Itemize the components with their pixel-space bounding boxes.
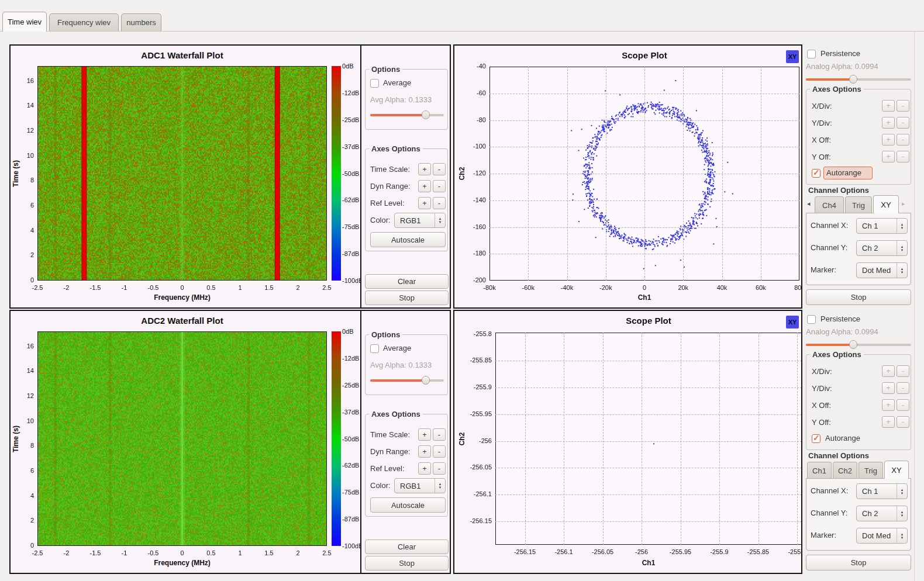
ref-level-plus-button[interactable]: +: [418, 462, 431, 475]
time-scale-minus-button[interactable]: -: [433, 428, 446, 441]
x-tick-label: 0.5: [195, 549, 227, 556]
xdiv-plus-button[interactable]: +: [882, 100, 895, 112]
color-value: RGB1: [395, 216, 435, 225]
spinner-arrows-icon[interactable]: ▴▾: [897, 484, 907, 499]
autorange-checkbox[interactable]: [812, 169, 820, 178]
average-checkbox[interactable]: [370, 344, 379, 353]
scope-stop-button[interactable]: Stop: [806, 555, 911, 570]
dyn-range-plus-button[interactable]: +: [418, 445, 431, 458]
spinner-arrows-icon[interactable]: ▴▾: [435, 479, 445, 493]
scope-stop-button[interactable]: Stop: [806, 289, 911, 305]
colorbar-tick-label: -25dB: [342, 382, 359, 389]
time-scale-plus-button[interactable]: +: [418, 163, 431, 175]
ydiv-minus-button[interactable]: -: [897, 117, 909, 129]
y-tick-label: -40: [461, 63, 486, 70]
tab-time-view[interactable]: Time wiev: [2, 12, 47, 32]
time-scale-label: Time Scale:: [370, 165, 410, 174]
spinner-arrows-icon[interactable]: ▴▾: [897, 528, 907, 543]
xdiv-minus-button[interactable]: -: [897, 365, 909, 377]
average-label: Average: [383, 344, 411, 352]
tab-numbers[interactable]: numbers: [121, 13, 161, 31]
slider-handle[interactable]: [849, 340, 857, 349]
clear-button[interactable]: Clear: [365, 540, 449, 554]
yoff-minus-button[interactable]: -: [897, 416, 909, 428]
dyn-range-plus-button[interactable]: +: [418, 180, 431, 192]
yoff-minus-button[interactable]: -: [897, 151, 909, 162]
spinner-arrows-icon[interactable]: ▴▾: [897, 506, 907, 521]
xoff-plus-button[interactable]: +: [882, 399, 895, 411]
ydiv-minus-button[interactable]: -: [897, 382, 909, 394]
stop-button[interactable]: Stop: [365, 290, 449, 305]
scope2-xlabel: Ch1: [495, 559, 802, 567]
x-tick-label: -1: [108, 549, 141, 556]
stop-button[interactable]: Stop: [365, 556, 449, 570]
average-checkbox[interactable]: [370, 79, 379, 88]
marker-select[interactable]: Dot Med ▴▾: [856, 262, 908, 278]
avg-alpha-slider[interactable]: [370, 376, 444, 385]
ref-level-minus-button[interactable]: -: [433, 462, 446, 475]
tab-scroll-left-icon[interactable]: ◂: [807, 200, 811, 208]
channel-x-select[interactable]: Ch 1 ▴▾: [856, 218, 908, 234]
y-tick-label: 12: [9, 392, 34, 399]
autoscale-button[interactable]: Autoscale: [370, 232, 446, 247]
tab-scroll-right-icon[interactable]: ▸: [902, 200, 905, 208]
yoff-plus-button[interactable]: +: [882, 416, 895, 428]
slider-handle[interactable]: [849, 75, 857, 84]
xdiv-minus-button[interactable]: -: [897, 100, 909, 112]
channel-tab-ch1[interactable]: Ch1: [807, 462, 832, 479]
dyn-range-minus-button[interactable]: -: [433, 445, 446, 458]
color-select[interactable]: RGB1 ▴▾: [394, 213, 446, 228]
slider-handle[interactable]: [422, 110, 430, 119]
waterfall1-xlabel: Frequency (MHz): [37, 293, 327, 302]
tab-frequency-view[interactable]: Frequency wiev: [49, 13, 119, 31]
persistence-checkbox[interactable]: [807, 50, 816, 58]
slider-handle[interactable]: [422, 376, 430, 385]
y-tick-label: 12: [9, 127, 34, 134]
x-tick-label: -255.9: [703, 548, 736, 555]
channel-x-select[interactable]: Ch 1 ▴▾: [856, 483, 908, 499]
autoscale-button[interactable]: Autoscale: [370, 497, 446, 513]
ydiv-plus-button[interactable]: +: [882, 117, 895, 129]
avg-alpha-slider[interactable]: [370, 110, 444, 119]
y-tick-label: 0: [9, 276, 34, 283]
channel-tab-xy[interactable]: XY: [884, 461, 909, 479]
grid-line-vertical: [642, 333, 642, 545]
ref-level-plus-button[interactable]: +: [418, 197, 431, 209]
dyn-range-label: Dyn Range:: [370, 447, 411, 456]
clear-button[interactable]: Clear: [365, 274, 449, 289]
spinner-arrows-icon[interactable]: ▴▾: [897, 241, 907, 255]
ydiv-plus-button[interactable]: +: [882, 382, 895, 394]
xoff-minus-button[interactable]: -: [897, 399, 909, 411]
spinner-arrows-icon[interactable]: ▴▾: [897, 219, 907, 233]
channel-x-label: Channel X:: [811, 221, 848, 230]
xoff-plus-button[interactable]: +: [882, 134, 895, 146]
analog-alpha-slider[interactable]: [806, 75, 911, 84]
xdiv-plus-button[interactable]: +: [882, 365, 895, 377]
time-scale-plus-button[interactable]: +: [418, 428, 431, 441]
channel-tab-xy[interactable]: XY: [873, 195, 899, 213]
ref-level-minus-button[interactable]: -: [433, 197, 446, 209]
channel-tab-trig[interactable]: Trig: [859, 462, 883, 479]
channel-y-select[interactable]: Ch 2 ▴▾: [856, 506, 908, 521]
channel-y-select[interactable]: Ch 2 ▴▾: [856, 240, 908, 256]
spinner-arrows-icon[interactable]: ▴▾: [897, 263, 907, 278]
channel-tab-ch4[interactable]: Ch4: [815, 196, 844, 213]
channel-tab-ch2[interactable]: Ch2: [833, 462, 857, 479]
dyn-range-minus-button[interactable]: -: [433, 180, 446, 192]
x-tick-label: 1: [224, 284, 257, 291]
channel-tab-trig[interactable]: Trig: [845, 196, 872, 213]
xoff-minus-button[interactable]: -: [897, 134, 909, 146]
yoff-plus-button[interactable]: +: [882, 151, 895, 162]
y-tick-label: -255.8: [467, 330, 492, 337]
persistence-checkbox[interactable]: [807, 315, 816, 324]
autorange-checkbox[interactable]: [812, 434, 820, 443]
analog-alpha-slider[interactable]: [806, 340, 911, 349]
marker-select[interactable]: Dot Med ▴▾: [856, 528, 908, 544]
spinner-arrows-icon[interactable]: ▴▾: [435, 213, 445, 227]
color-select[interactable]: RGB1 ▴▾: [394, 478, 446, 493]
time-scale-minus-button[interactable]: -: [433, 163, 446, 175]
marker-label: Marker:: [811, 265, 836, 274]
ref-level-label: Ref Level:: [370, 464, 405, 473]
x-tick-label: -0.5: [137, 284, 170, 291]
grid-line-horizontal: [489, 94, 799, 94]
